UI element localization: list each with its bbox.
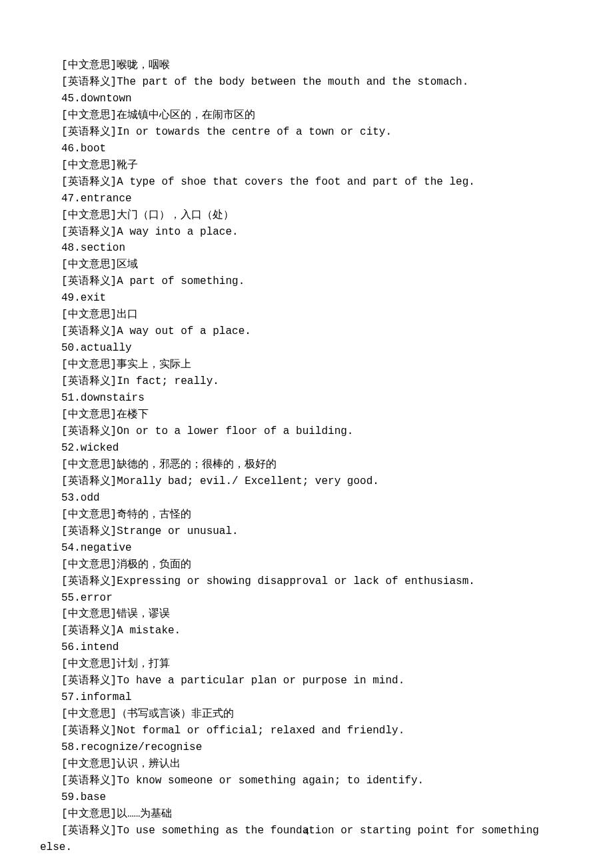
text-line: 51.downstairs: [40, 390, 573, 407]
text-line: [英语释义]A mistake.: [40, 623, 573, 639]
text-line: [英语释义]In fact; really.: [40, 373, 573, 390]
text-line: [英语释义]To have a particular plan or purpo…: [40, 673, 573, 689]
text-line: [中文意思]出口: [40, 307, 573, 323]
text-line: 52.wicked: [40, 440, 573, 457]
text-line: 56.intend: [40, 639, 573, 656]
text-line: [英语释义]Not formal or official; relaxed an…: [40, 723, 573, 739]
text-line: [中文意思]错误，谬误: [40, 606, 573, 623]
text-line: 46.boot: [40, 141, 573, 157]
text-line: 57.informal: [40, 689, 573, 706]
text-line: [英语释义]Expressing or showing disapproval …: [40, 573, 573, 590]
text-line: [英语释义]A way out of a place.: [40, 323, 573, 340]
text-line: else.: [40, 839, 573, 856]
text-line: 47.entrance: [40, 191, 573, 207]
text-line: 50.actually: [40, 340, 573, 357]
text-line: 54.negative: [40, 540, 573, 557]
text-line: [英语释义]In or towards the centre of a town…: [40, 124, 573, 141]
page-content: [中文意思]喉咙，咽喉[英语释义]The part of the body be…: [0, 0, 613, 856]
text-line: [英语释义]The part of the body between the m…: [40, 74, 573, 91]
text-line: [中文意思]消极的，负面的: [40, 557, 573, 573]
text-line: [中文意思]大门（口），入口（处）: [40, 207, 573, 224]
text-line: 53.odd: [40, 490, 573, 507]
text-line: [中文意思]区域: [40, 257, 573, 273]
text-line: [中文意思]（书写或言谈）非正式的: [40, 706, 573, 723]
text-line: [中文意思]事实上，实际上: [40, 357, 573, 373]
text-line: [中文意思]在楼下: [40, 407, 573, 423]
text-line: 49.exit: [40, 290, 573, 307]
text-line: 55.error: [40, 590, 573, 607]
text-line: 48.section: [40, 240, 573, 257]
page-number: 4: [0, 825, 613, 840]
text-line: [中文意思]以……为基础: [40, 806, 573, 823]
text-line: [中文意思]认识，辨认出: [40, 756, 573, 773]
text-line: [中文意思]靴子: [40, 157, 573, 174]
text-line: [中文意思]计划，打算: [40, 656, 573, 673]
text-line: 59.base: [40, 789, 573, 806]
text-line: [英语释义]On or to a lower floor of a buildi…: [40, 423, 573, 440]
text-line: [英语释义]Morally bad; evil./ Excellent; ver…: [40, 473, 573, 490]
text-line: 45.downtown: [40, 91, 573, 107]
text-line: [英语释义]A type of shoe that covers the foo…: [40, 174, 573, 191]
text-line: [中文意思]缺德的，邪恶的；很棒的，极好的: [40, 457, 573, 473]
text-line: [中文意思]喉咙，咽喉: [40, 57, 573, 74]
text-line: 58.recognize/recognise: [40, 739, 573, 756]
text-line: [英语释义]A part of something.: [40, 273, 573, 290]
text-line: [英语释义]Strange or unusual.: [40, 523, 573, 540]
text-line: [英语释义]A way into a place.: [40, 224, 573, 241]
text-line: [英语释义]To know someone or something again…: [40, 773, 573, 789]
text-line: [中文意思]在城镇中心区的，在闹市区的: [40, 107, 573, 124]
text-line: [中文意思]奇特的，古怪的: [40, 507, 573, 523]
